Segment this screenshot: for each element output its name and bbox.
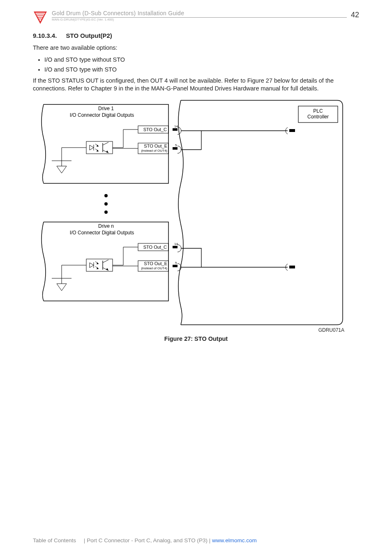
svg-marker-25 bbox=[106, 150, 108, 153]
toc-link[interactable]: Table of Contents bbox=[33, 537, 76, 543]
sto-out-c-n: STO Out_C bbox=[143, 245, 167, 250]
plc-label-1: PLC bbox=[313, 108, 323, 114]
svg-marker-43 bbox=[57, 284, 67, 291]
svg-rect-59 bbox=[173, 265, 178, 267]
options-list: I/O and STO type without STO I/O and STO… bbox=[33, 56, 359, 73]
pin14-1: 14 bbox=[174, 125, 178, 128]
separator: | bbox=[84, 537, 85, 543]
section-title: STO Output(P2) bbox=[66, 32, 112, 39]
list-item: I/O and STO type with STO bbox=[44, 66, 359, 73]
svg-rect-10 bbox=[86, 141, 113, 154]
doc-title: Gold Drum (D-Sub Connectors) Installatio… bbox=[52, 10, 347, 18]
pin5-1: 5 bbox=[175, 143, 177, 147]
doc-version: MAN-G-DRUM(DTYPE)IG-EC (Ver. 1.400) bbox=[52, 18, 347, 21]
figure-caption: Figure 27: STO Output bbox=[33, 335, 359, 342]
page-footer: Table of Contents | Port C Connector - P… bbox=[33, 537, 257, 543]
pin14-n: 14 bbox=[174, 242, 178, 246]
svg-marker-14 bbox=[57, 166, 67, 173]
io-label-n: I/O Connector Digital Outputs bbox=[70, 230, 134, 236]
body-paragraph: If the STO STATUS OUT is configured, the… bbox=[33, 77, 359, 93]
svg-rect-8 bbox=[173, 128, 178, 131]
svg-line-23 bbox=[103, 142, 108, 145]
sto-out-e-1: STO Out_E bbox=[144, 143, 167, 148]
sto-out-e-sub-n: (instead of OUT4) bbox=[141, 266, 167, 270]
pin5-n: 5 bbox=[175, 261, 177, 265]
sto-output-diagram: PLC Controller Drive 1 I/O Connector Dig… bbox=[33, 97, 345, 327]
svg-rect-9 bbox=[289, 129, 295, 132]
svg-point-34 bbox=[104, 194, 108, 197]
drive1-title: Drive 1 bbox=[98, 106, 114, 111]
page-header: Gold Drum (D-Sub Connectors) Installatio… bbox=[33, 10, 359, 25]
intro-text: There are two available options: bbox=[33, 44, 359, 52]
plc-label-2: Controller bbox=[307, 114, 329, 120]
svg-rect-38 bbox=[173, 246, 178, 248]
io-label-1: I/O Connector Digital Outputs bbox=[70, 112, 134, 118]
separator: | bbox=[209, 537, 211, 543]
svg-marker-45 bbox=[90, 263, 94, 268]
svg-rect-30 bbox=[173, 147, 178, 150]
list-item: I/O and STO type without STO bbox=[44, 56, 359, 63]
sto-out-c-1: STO Out_C bbox=[143, 127, 167, 132]
section-heading: 9.10.3.4. STO Output(P2) bbox=[33, 32, 359, 39]
sto-out-e-n: STO Out_E bbox=[144, 261, 167, 266]
page-number: 42 bbox=[351, 10, 359, 19]
figure-wrap: PLC Controller Drive 1 I/O Connector Dig… bbox=[33, 97, 359, 342]
driven-title: Drive n bbox=[98, 223, 114, 229]
elmo-logo bbox=[33, 10, 48, 25]
svg-rect-39 bbox=[86, 259, 113, 271]
figure-code: GDRU071A bbox=[33, 327, 345, 333]
website-link[interactable]: www.elmomc.com bbox=[212, 537, 257, 543]
svg-marker-54 bbox=[106, 268, 108, 271]
svg-point-36 bbox=[104, 210, 108, 214]
svg-rect-61 bbox=[289, 266, 295, 268]
svg-line-52 bbox=[103, 260, 108, 263]
header-titles: Gold Drum (D-Sub Connectors) Installatio… bbox=[52, 10, 347, 21]
sto-out-e-sub-1: (instead of OUT4) bbox=[141, 149, 167, 153]
svg-point-35 bbox=[104, 202, 108, 206]
section-link[interactable]: Port C Connector - Port C, Analog, and S… bbox=[87, 537, 208, 543]
svg-marker-16 bbox=[90, 145, 94, 150]
section-number: 9.10.3.4. bbox=[33, 32, 57, 39]
